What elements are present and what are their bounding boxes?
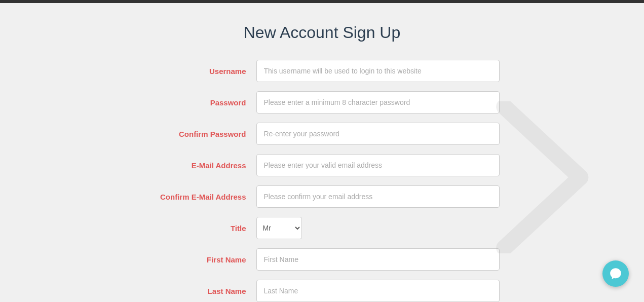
email-label: E-Mail Address — [145, 161, 256, 170]
confirm-password-row: Confirm Password — [145, 123, 500, 145]
username-input[interactable] — [256, 60, 500, 82]
email-row: E-Mail Address — [145, 154, 500, 176]
confirm-email-input[interactable] — [256, 185, 500, 208]
title-row: Title Mr Mrs Ms Dr Prof — [145, 217, 500, 239]
last-name-row: Last Name — [145, 280, 500, 302]
last-name-input[interactable] — [256, 280, 500, 302]
chat-icon — [609, 267, 622, 280]
password-row: Password — [145, 91, 500, 114]
title-select[interactable]: Mr Mrs Ms Dr Prof — [256, 217, 302, 239]
confirm-email-row: Confirm E-Mail Address — [145, 185, 500, 208]
confirm-password-label: Confirm Password — [145, 130, 256, 138]
password-label: Password — [145, 98, 256, 107]
first-name-label: First Name — [145, 255, 256, 264]
confirm-password-input[interactable] — [256, 123, 500, 145]
email-input[interactable] — [256, 154, 500, 176]
page-container: New Account Sign Up Username Password Co… — [0, 3, 644, 302]
username-label: Username — [145, 67, 256, 76]
title-label: Title — [145, 224, 256, 233]
chat-button[interactable] — [602, 260, 629, 287]
username-row: Username — [145, 60, 500, 82]
confirm-email-label: Confirm E-Mail Address — [145, 193, 256, 201]
first-name-row: First Name — [145, 248, 500, 271]
page-title: New Account Sign Up — [244, 23, 401, 42]
last-name-label: Last Name — [145, 287, 256, 295]
signup-form: Username Password Confirm Password E-Mai… — [145, 60, 500, 302]
password-input[interactable] — [256, 91, 500, 114]
first-name-input[interactable] — [256, 248, 500, 271]
